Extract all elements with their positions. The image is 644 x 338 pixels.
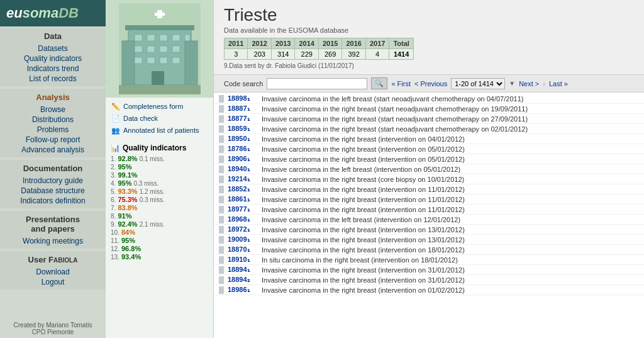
year-header-total: Total [389, 38, 413, 49]
record-item[interactable]: 18861₁Invasive carcinoma in the right br… [214, 194, 644, 205]
record-id: 18910₁ [228, 256, 259, 264]
record-handle [219, 236, 224, 244]
record-id: 18950₁ [228, 135, 259, 143]
completeness-form-link[interactable]: ✏️ Completeness form [111, 101, 208, 111]
logo-soma: soma [23, 5, 58, 21]
page-select[interactable]: 1-20 of 1414 [451, 78, 505, 89]
last-button[interactable]: Last » [549, 80, 568, 87]
annotated-list-label: Annotated list of patients [123, 127, 199, 134]
sidebar-link-indicators-trend[interactable]: Indicators trend [0, 64, 106, 74]
svg-rect-16 [160, 57, 167, 64]
quality-title: 📊 Quality indicators [111, 144, 208, 152]
logo: eusomaDB [6, 5, 79, 21]
record-id: 18940₁ [228, 165, 259, 173]
record-id: 18887₁ [228, 104, 259, 113]
quality-item-1[interactable]: 1. 92.8% 0.1 miss. [111, 155, 208, 162]
record-handle [219, 125, 224, 133]
record-item[interactable]: 18906₁Invasive carcinoma in the right br… [214, 154, 644, 164]
record-item[interactable]: 18877₁Invasive carcinoma in the right br… [214, 114, 644, 124]
annotated-list-link[interactable]: 👥 Annotated list of patients [111, 125, 208, 135]
record-id: 18968₁ [228, 215, 259, 223]
footer-line1: Created by Mariano Tomatis [3, 322, 103, 329]
record-handle [219, 196, 224, 203]
record-item[interactable]: 18977₁Invasive carcinoma in the right br… [214, 205, 644, 215]
quality-title-text: Quality indicators [123, 144, 186, 152]
svg-rect-2 [122, 41, 135, 85]
record-item[interactable]: 19009₁Invasive carcinoma in the right br… [214, 235, 644, 245]
sidebar-presentations-title: Presentationsand papers [0, 213, 106, 236]
record-item[interactable]: 18940₁Invasive carcinoma in the left bre… [214, 164, 644, 174]
quality-item-8[interactable]: 8. 91% [111, 212, 208, 220]
completeness-form-label: Completeness form [123, 103, 183, 110]
sidebar-section-data: Data Datasets Quality indicators Indicat… [0, 28, 106, 86]
search-button[interactable]: 🔍 [371, 77, 387, 89]
sidebar-link-quality[interactable]: Quality indicators [0, 54, 106, 64]
svg-rect-6 [147, 35, 155, 41]
record-desc: Invasive carcinoma in the right breast (… [262, 226, 465, 234]
record-desc: Invasive carcinoma in the right breast (… [262, 286, 465, 294]
record-id: 18986₁ [228, 286, 259, 294]
main-header: Trieste Data available in the EUSOMA dat… [214, 0, 644, 75]
quality-item-13[interactable]: 13. 93.4% [111, 253, 208, 261]
record-handle [219, 135, 224, 143]
quality-item-7[interactable]: 7. 83.8% [111, 204, 208, 211]
record-item[interactable]: 18852₁Invasive carcinoma in the right br… [214, 184, 644, 194]
sidebar: eusomaDB Data Datasets Quality indicator… [0, 0, 106, 338]
record-item[interactable]: 18972₁Invasive carcinoma in the right br… [214, 225, 644, 235]
sidebar-link-browse[interactable]: Browse [0, 104, 106, 115]
record-handle [219, 266, 224, 274]
sidebar-link-advanced[interactable]: Advanced analysis [0, 145, 106, 155]
record-id: 19214₁ [228, 175, 259, 183]
first-button[interactable]: « First [391, 80, 411, 87]
sidebar-link-distributions[interactable]: Distributions [0, 115, 106, 125]
quality-icon: 📊 [111, 144, 120, 152]
sidebar-link-indicators-def[interactable]: Indicators definition [0, 196, 106, 206]
record-item[interactable]: 18870₁Invasive carcinoma in the right br… [214, 245, 644, 255]
record-item[interactable]: 18887₁Invasive carcinoma in the right br… [214, 104, 644, 114]
sidebar-link-intro[interactable]: Introductory guide [0, 176, 106, 186]
sidebar-link-list-records[interactable]: List of records [0, 74, 106, 84]
record-id: 18906₁ [228, 155, 259, 163]
record-desc: Invasive carcinoma in the right breast (… [262, 135, 465, 143]
quality-item-3[interactable]: 3. 99.1% [111, 171, 208, 179]
svg-rect-19 [157, 10, 162, 18]
quality-item-4[interactable]: 4. 95% 0.3 miss. [111, 179, 208, 187]
quality-item-6[interactable]: 6. 75.3% 0.3 miss. [111, 196, 208, 203]
record-id: 18786₁ [228, 145, 259, 153]
quality-item-2[interactable]: 2. 95% [111, 163, 208, 171]
sidebar-link-logout[interactable]: Logout [0, 277, 106, 287]
sidebar-link-problems[interactable]: Problems [0, 125, 106, 135]
prev-button[interactable]: < Previous [414, 80, 447, 87]
sidebar-link-working-meetings[interactable]: Working meetings [0, 236, 106, 246]
record-item[interactable]: 18898₁Invasive carcinoma in the left bre… [214, 94, 644, 104]
quality-item-10[interactable]: 10. 84% [111, 228, 208, 236]
sidebar-link-datasets[interactable]: Datasets [0, 43, 106, 54]
sidebar-link-db-structure[interactable]: Database structure [0, 186, 106, 196]
record-handle [219, 145, 224, 153]
record-desc: Invasive carcinoma in the left breast (i… [262, 166, 460, 173]
count-2014: 229 [295, 49, 318, 60]
sidebar-link-download[interactable]: Download [0, 267, 106, 277]
quality-item-5[interactable]: 5. 93.3% 1.2 miss. [111, 188, 208, 195]
quality-item-12[interactable]: 12. 96.8% [111, 245, 208, 252]
pencil-icon: ✏️ [111, 101, 121, 111]
record-item[interactable]: 18910₁In situ carcinoma in the right bre… [214, 255, 644, 265]
record-item[interactable]: 19214₁Invasive carcinoma in the right br… [214, 174, 644, 184]
record-item[interactable]: 18986₁Invasive carcinoma in the right br… [214, 285, 644, 295]
quality-item-9[interactable]: 9. 92.4% 2.1 miss. [111, 220, 208, 228]
search-icon: 🔍 [375, 79, 384, 87]
next-button[interactable]: Next > [519, 80, 539, 87]
record-id: 18861₁ [228, 195, 259, 203]
quality-item-11[interactable]: 11. 95% [111, 237, 208, 244]
search-input[interactable] [267, 78, 367, 89]
record-item[interactable]: 18786₁Invasive carcinoma in the right br… [214, 144, 644, 154]
record-item[interactable]: 18894₂Invasive carcinoma in the right br… [214, 275, 644, 285]
record-item[interactable]: 18894₁Invasive carcinoma in the right br… [214, 265, 644, 275]
data-check-link[interactable]: 📄 Data check [111, 113, 208, 123]
year-header-2011: 2011 [225, 38, 248, 49]
record-item[interactable]: 18968₁Invasive carcinoma in the left bre… [214, 215, 644, 225]
sidebar-link-followup[interactable]: Follow-up report [0, 135, 106, 145]
hospital-building-svg [119, 3, 201, 94]
record-item[interactable]: 18950₁Invasive carcinoma in the right br… [214, 134, 644, 144]
record-item[interactable]: 18859₁Invasive carcinoma in the right br… [214, 124, 644, 134]
